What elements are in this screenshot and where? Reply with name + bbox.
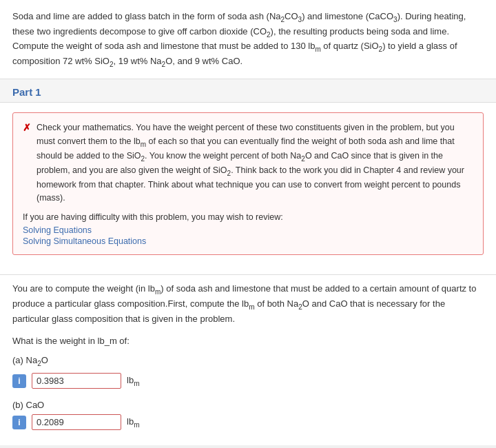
content-section: You are to compute the weight (in lbm) o… (0, 275, 496, 400)
part-a-label: (a) Na2O (12, 354, 484, 369)
feedback-body: Check your mathematics. You have the wei… (37, 121, 473, 205)
content-para1: You are to compute the weight (in lbm) o… (12, 282, 484, 326)
intro-section: Soda and lime are added to glass batch i… (0, 0, 496, 79)
part-a-input[interactable] (32, 373, 121, 389)
part-a-info-button[interactable]: i (12, 374, 26, 388)
error-icon: ✗ (23, 122, 31, 133)
intro-text: Soda and lime are added to glass batch i… (12, 10, 484, 69)
solving-simultaneous-equations-link[interactable]: Solving Simultaneous Equations (23, 236, 473, 246)
part-b-input-row: i lbm (12, 414, 484, 430)
question-label: What is the weight in lb_m of: (12, 334, 484, 348)
review-intro-text: If you are having difficulty with this p… (23, 211, 473, 224)
part-section: Part 1 (0, 79, 496, 103)
part-label: Part 1 (12, 86, 41, 98)
feedback-box: ✗ Check your mathematics. You have the w… (12, 112, 484, 255)
solving-equations-link[interactable]: Solving Equations (23, 225, 473, 235)
main-container: Soda and lime are added to glass batch i… (0, 0, 496, 445)
part-b-section: (b) CaO i lbm (0, 400, 496, 445)
part-b-unit: lbm (127, 416, 139, 429)
part-b-label: (b) CaO (12, 400, 484, 410)
part-b-input[interactable] (32, 414, 121, 430)
part-a-input-row: i lbm (12, 373, 484, 389)
part-a-unit: lbm (127, 374, 139, 389)
part-b-info-button[interactable]: i (12, 416, 26, 429)
feedback-header: ✗ Check your mathematics. You have the w… (23, 121, 473, 205)
feedback-section: ✗ Check your mathematics. You have the w… (0, 103, 496, 274)
